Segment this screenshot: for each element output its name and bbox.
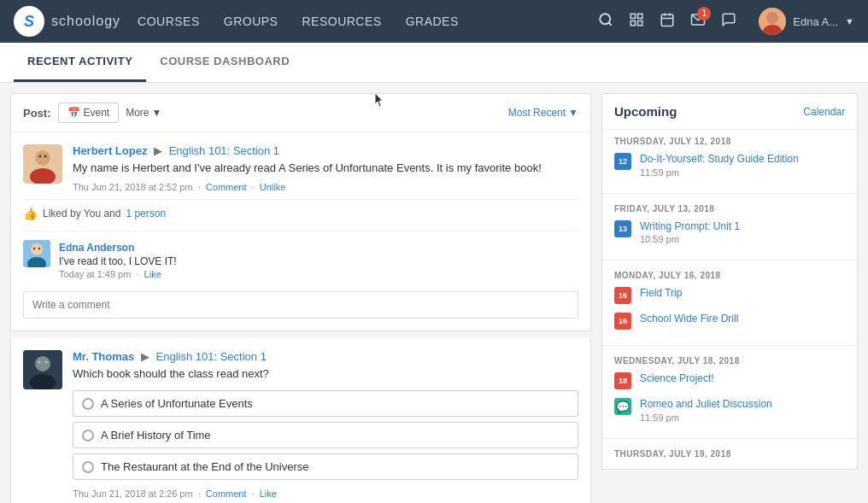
event-name-4a[interactable]: Science Project! (640, 372, 845, 386)
sidebar: Upcoming Calendar THURSDAY, JULY 12, 201… (601, 93, 858, 503)
event-name-3b[interactable]: School Wide Fire Drill (640, 313, 845, 326)
feed-area: Post: 📅 Event More ▼ Most Recent ▼ (10, 93, 591, 503)
date-label-2: FRIDAY, JULY 13, 2018 (614, 204, 845, 213)
search-icon[interactable] (598, 12, 613, 32)
event-name-1[interactable]: Do-It-Yourself: Study Guide Edition (640, 153, 845, 167)
chat-icon[interactable] (721, 12, 736, 32)
svg-point-18 (44, 155, 47, 158)
post-1-text: My name is Herbert and I've already read… (73, 160, 578, 177)
divider-1 (602, 193, 857, 194)
comment-body: Edna Anderson I've read it too, I LOVE I… (59, 240, 578, 279)
comment-section: Edna Anderson I've read it too, I LOVE I… (23, 231, 578, 319)
date-section-2: FRIDAY, JULY 13, 2018 13 Writing Prompt:… (602, 197, 857, 257)
post-1-avatar (23, 144, 62, 184)
event-icon-4a: 18 (614, 372, 631, 389)
event-info-2: Writing Prompt: Unit 1 10:59 pm (640, 220, 845, 245)
post-1-author[interactable]: Herbert Lopez (73, 144, 147, 157)
comment-text: I've read it too, I LOVE IT! (59, 255, 578, 267)
comment-input[interactable] (23, 291, 578, 319)
nav-resources[interactable]: RESOURCES (302, 15, 381, 28)
svg-point-25 (35, 356, 50, 371)
comment-author[interactable]: Edna Anderson (59, 242, 134, 254)
comment-avatar (23, 240, 50, 267)
apps-icon[interactable] (629, 12, 644, 32)
upcoming-card: Upcoming Calendar THURSDAY, JULY 12, 201… (601, 93, 858, 470)
avatar (759, 8, 786, 35)
svg-point-28 (45, 360, 48, 363)
sort-button[interactable]: Most Recent ▼ (508, 107, 578, 119)
post-more-button[interactable]: More ▼ (126, 107, 161, 119)
event-icon-2: 13 (614, 220, 631, 237)
nav-icons: 1 Edna A... ▼ (598, 8, 854, 35)
radio-3[interactable] (82, 461, 94, 473)
logo-area[interactable]: S schoology (14, 6, 120, 37)
event-item-4b: 💬 Romeo and Juliet Discussion 11:59 pm (614, 398, 845, 423)
tab-recent-activity[interactable]: RECENT ACTIVITY (14, 43, 146, 82)
event-time-2: 10:59 pm (640, 234, 845, 244)
likes-link[interactable]: 1 person (126, 208, 166, 219)
svg-point-22 (33, 247, 35, 249)
post-controls: Post: 📅 Event More ▼ (23, 102, 161, 123)
post-2-comment-link[interactable]: Comment (206, 488, 247, 499)
event-item-1: 12 Do-It-Yourself: Study Guide Edition 1… (614, 153, 845, 178)
event-name-3a[interactable]: Field Trip (640, 287, 845, 301)
svg-rect-2 (631, 14, 636, 18)
post-1-unlike-link[interactable]: Unlike (260, 182, 286, 192)
svg-point-17 (39, 155, 42, 158)
calendar-link[interactable]: Calendar (803, 106, 845, 118)
poll-option-2[interactable]: A Brief History of Time (73, 422, 578, 448)
svg-rect-3 (638, 14, 642, 18)
event-icon-4b: 💬 (614, 398, 631, 415)
svg-rect-6 (662, 15, 674, 26)
post-2-like-link[interactable]: Like (260, 488, 277, 499)
user-menu[interactable]: Edna A... ▼ (759, 8, 854, 35)
comment-meta: Today at 1:49 pm · Like (59, 269, 578, 279)
nav-groups[interactable]: GROUPS (224, 15, 279, 28)
event-icon-3a: 16 (614, 287, 631, 304)
svg-point-23 (38, 247, 40, 249)
likes-area: 👍 Liked by You and 1 person (23, 199, 578, 227)
post-1-author-line: Herbert Lopez ▶ English 101: Section 1 (73, 144, 578, 157)
post-event-button[interactable]: 📅 Event (58, 102, 120, 123)
event-info-4a: Science Project! (640, 372, 845, 386)
radio-1[interactable] (82, 398, 94, 410)
post-2-time: Thu Jun 21, 2018 at 2:26 pm · Comment · … (73, 488, 578, 499)
event-info-3a: Field Trip (640, 287, 845, 301)
poll-option-1[interactable]: A Series of Unfortunate Events (73, 390, 578, 417)
event-name-4b[interactable]: Romeo and Juliet Discussion (640, 398, 845, 412)
divider-3 (602, 345, 857, 346)
post-2-author-line: Mr. Thomas ▶ English 101: Section 1 (73, 350, 578, 363)
date-section-4: WEDNESDAY, JULY 18, 2018 18 Science Proj… (602, 349, 857, 435)
feed-header: Post: 📅 Event More ▼ Most Recent ▼ (10, 93, 591, 132)
date-label-3: MONDAY, JULY 16, 2018 (614, 271, 845, 280)
post-1-course[interactable]: English 101: Section 1 (169, 144, 279, 157)
date-section-1: THURSDAY, JULY 12, 2018 12 Do-It-Yoursel… (602, 130, 857, 190)
chevron-down-icon: ▼ (845, 16, 854, 26)
calendar-icon[interactable] (660, 12, 675, 32)
post-2-course[interactable]: English 101: Section 1 (156, 350, 267, 363)
radio-2[interactable] (82, 430, 94, 442)
event-item-4a: 18 Science Project! (614, 372, 845, 389)
sidebar-title: Upcoming (614, 104, 677, 119)
event-icon-1: 12 (614, 153, 631, 170)
event-info-1: Do-It-Yourself: Study Guide Edition 11:5… (640, 153, 845, 178)
tab-course-dashboard[interactable]: COURSE DASHBOARD (146, 43, 303, 82)
post-2-question: Which book should the class read next? (73, 366, 578, 383)
user-name: Edna A... (793, 15, 838, 28)
post-2-avatar (23, 350, 62, 389)
nav-courses[interactable]: COURSES (138, 15, 200, 28)
svg-point-12 (766, 12, 778, 24)
svg-point-20 (31, 243, 43, 255)
nav-grades[interactable]: GRADES (406, 15, 459, 28)
post-1-time: Thu Jun 21, 2018 at 2:52 pm · Comment · … (73, 182, 578, 192)
comment-like-link[interactable]: Like (144, 269, 161, 279)
mail-badge: 1 (697, 7, 711, 20)
event-time-1: 11:59 pm (640, 167, 845, 178)
post-1-comment-link[interactable]: Comment (206, 182, 247, 192)
poll-option-3[interactable]: The Restaurant at the End of the Univers… (73, 453, 578, 480)
divider-4 (602, 438, 857, 439)
event-name-2[interactable]: Writing Prompt: Unit 1 (640, 220, 845, 234)
tabs-bar: RECENT ACTIVITY COURSE DASHBOARD (0, 43, 868, 83)
mail-icon[interactable]: 1 (690, 12, 706, 32)
post-2-author[interactable]: Mr. Thomas (73, 350, 134, 363)
